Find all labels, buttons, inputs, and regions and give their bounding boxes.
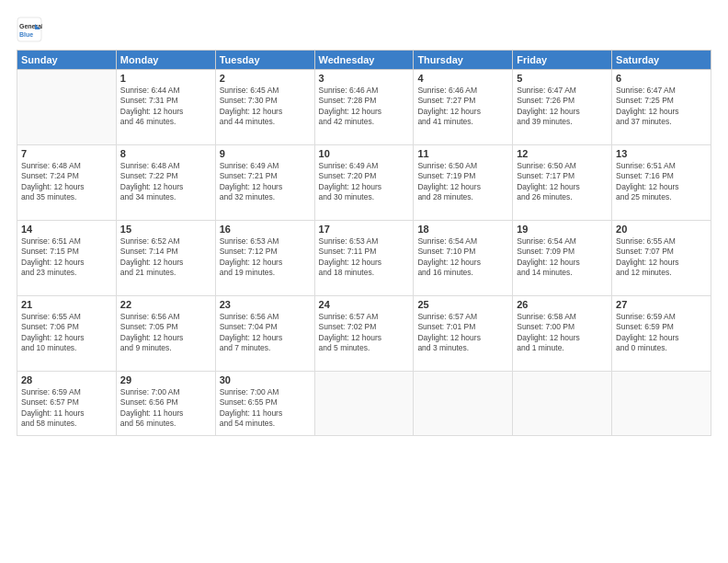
- cell-info: Sunrise: 6:57 AM Sunset: 7:02 PM Dayligh…: [319, 312, 410, 354]
- day-number: 9: [220, 148, 311, 159]
- cell-info: Sunrise: 6:47 AM Sunset: 7:26 PM Dayligh…: [517, 86, 608, 128]
- day-number: 11: [417, 148, 508, 159]
- day-number: 12: [517, 148, 608, 159]
- cell-info: Sunrise: 6:47 AM Sunset: 7:25 PM Dayligh…: [616, 86, 707, 128]
- calendar-cell: 19Sunrise: 6:54 AM Sunset: 7:09 PM Dayli…: [513, 221, 612, 296]
- calendar-cell: 29Sunrise: 7:00 AM Sunset: 6:56 PM Dayli…: [116, 372, 215, 436]
- cell-info: Sunrise: 6:49 AM Sunset: 7:21 PM Dayligh…: [220, 161, 311, 203]
- day-number: 18: [417, 224, 508, 235]
- cell-info: Sunrise: 7:00 AM Sunset: 6:55 PM Dayligh…: [220, 387, 311, 430]
- cell-info: Sunrise: 6:44 AM Sunset: 7:31 PM Dayligh…: [120, 86, 211, 128]
- calendar-cell: 15Sunrise: 6:52 AM Sunset: 7:14 PM Dayli…: [116, 221, 215, 296]
- cell-info: Sunrise: 7:00 AM Sunset: 6:56 PM Dayligh…: [120, 387, 211, 430]
- day-number: 26: [517, 299, 608, 310]
- day-number: 20: [616, 224, 707, 235]
- day-number: 29: [120, 374, 211, 385]
- day-header-tuesday: Tuesday: [215, 51, 314, 70]
- day-number: 24: [319, 299, 410, 310]
- day-number: 25: [417, 299, 508, 310]
- day-number: 22: [120, 299, 211, 310]
- day-header-monday: Monday: [116, 51, 215, 70]
- day-number: 21: [21, 299, 112, 310]
- cell-info: Sunrise: 6:58 AM Sunset: 7:00 PM Dayligh…: [517, 312, 608, 354]
- cell-info: Sunrise: 6:57 AM Sunset: 7:01 PM Dayligh…: [417, 312, 508, 354]
- cell-info: Sunrise: 6:59 AM Sunset: 6:59 PM Dayligh…: [616, 312, 707, 354]
- cell-info: Sunrise: 6:53 AM Sunset: 7:11 PM Dayligh…: [319, 236, 410, 279]
- cell-info: Sunrise: 6:54 AM Sunset: 7:10 PM Dayligh…: [417, 236, 508, 279]
- calendar-cell: 11Sunrise: 6:50 AM Sunset: 7:19 PM Dayli…: [414, 145, 513, 221]
- cell-info: Sunrise: 6:51 AM Sunset: 7:16 PM Dayligh…: [616, 161, 707, 203]
- calendar-cell: 30Sunrise: 7:00 AM Sunset: 6:55 PM Dayli…: [215, 372, 314, 436]
- calendar-week-3: 14Sunrise: 6:51 AM Sunset: 7:15 PM Dayli…: [17, 221, 711, 296]
- cell-info: Sunrise: 6:55 AM Sunset: 7:06 PM Dayligh…: [21, 312, 112, 354]
- cell-info: Sunrise: 6:52 AM Sunset: 7:14 PM Dayligh…: [120, 236, 211, 279]
- calendar-cell: 18Sunrise: 6:54 AM Sunset: 7:10 PM Dayli…: [414, 221, 513, 296]
- calendar-cell: 27Sunrise: 6:59 AM Sunset: 6:59 PM Dayli…: [612, 296, 711, 372]
- cell-info: Sunrise: 6:53 AM Sunset: 7:12 PM Dayligh…: [220, 236, 311, 279]
- day-header-friday: Friday: [513, 51, 612, 70]
- calendar-page: General Blue SundayMondayTuesdayWednesda…: [0, 0, 728, 563]
- day-number: 15: [120, 224, 211, 235]
- cell-info: Sunrise: 6:49 AM Sunset: 7:20 PM Dayligh…: [319, 161, 410, 203]
- calendar-cell: 17Sunrise: 6:53 AM Sunset: 7:11 PM Dayli…: [314, 221, 414, 296]
- day-number: 5: [517, 73, 608, 84]
- cell-info: Sunrise: 6:50 AM Sunset: 7:17 PM Dayligh…: [517, 161, 608, 203]
- calendar-cell: 14Sunrise: 6:51 AM Sunset: 7:15 PM Dayli…: [17, 221, 117, 296]
- calendar-cell: [314, 372, 414, 436]
- calendar-cell: 8Sunrise: 6:48 AM Sunset: 7:22 PM Daylig…: [116, 145, 215, 221]
- day-number: 4: [417, 73, 508, 84]
- cell-info: Sunrise: 6:46 AM Sunset: 7:28 PM Dayligh…: [319, 86, 410, 128]
- calendar-cell: 7Sunrise: 6:48 AM Sunset: 7:24 PM Daylig…: [17, 145, 117, 221]
- cell-info: Sunrise: 6:55 AM Sunset: 7:07 PM Dayligh…: [616, 236, 707, 279]
- day-header-saturday: Saturday: [612, 51, 711, 70]
- calendar-cell: 21Sunrise: 6:55 AM Sunset: 7:06 PM Dayli…: [17, 296, 117, 372]
- calendar-cell: [414, 372, 513, 436]
- calendar-cell: 3Sunrise: 6:46 AM Sunset: 7:28 PM Daylig…: [314, 70, 414, 145]
- day-number: 30: [220, 374, 311, 385]
- logo: General Blue: [17, 17, 46, 42]
- calendar-cell: 16Sunrise: 6:53 AM Sunset: 7:12 PM Dayli…: [215, 221, 314, 296]
- cell-info: Sunrise: 6:46 AM Sunset: 7:27 PM Dayligh…: [417, 86, 508, 128]
- calendar-week-1: 1Sunrise: 6:44 AM Sunset: 7:31 PM Daylig…: [17, 70, 711, 145]
- calendar-week-4: 21Sunrise: 6:55 AM Sunset: 7:06 PM Dayli…: [17, 296, 711, 372]
- logo-icon: General Blue: [17, 17, 42, 42]
- calendar-cell: 25Sunrise: 6:57 AM Sunset: 7:01 PM Dayli…: [414, 296, 513, 372]
- svg-text:Blue: Blue: [19, 31, 33, 38]
- calendar-cell: 4Sunrise: 6:46 AM Sunset: 7:27 PM Daylig…: [414, 70, 513, 145]
- day-number: 2: [220, 73, 311, 84]
- day-number: 7: [21, 148, 112, 159]
- calendar-cell: 28Sunrise: 6:59 AM Sunset: 6:57 PM Dayli…: [17, 372, 117, 436]
- cell-info: Sunrise: 6:45 AM Sunset: 7:30 PM Dayligh…: [220, 86, 311, 128]
- cell-info: Sunrise: 6:56 AM Sunset: 7:04 PM Dayligh…: [220, 312, 311, 354]
- day-number: 23: [220, 299, 311, 310]
- day-number: 19: [517, 224, 608, 235]
- calendar-cell: 26Sunrise: 6:58 AM Sunset: 7:00 PM Dayli…: [513, 296, 612, 372]
- day-header-thursday: Thursday: [414, 51, 513, 70]
- calendar-cell: 6Sunrise: 6:47 AM Sunset: 7:25 PM Daylig…: [612, 70, 711, 145]
- calendar-cell: [17, 70, 117, 145]
- calendar-week-2: 7Sunrise: 6:48 AM Sunset: 7:24 PM Daylig…: [17, 145, 711, 221]
- calendar-cell: [612, 372, 711, 436]
- calendar-table: SundayMondayTuesdayWednesdayThursdayFrid…: [17, 50, 711, 436]
- calendar-cell: 2Sunrise: 6:45 AM Sunset: 7:30 PM Daylig…: [215, 70, 314, 145]
- calendar-week-5: 28Sunrise: 6:59 AM Sunset: 6:57 PM Dayli…: [17, 372, 711, 436]
- cell-info: Sunrise: 6:59 AM Sunset: 6:57 PM Dayligh…: [21, 387, 112, 430]
- day-header-sunday: Sunday: [17, 51, 117, 70]
- header: General Blue: [17, 17, 711, 42]
- calendar-cell: 22Sunrise: 6:56 AM Sunset: 7:05 PM Dayli…: [116, 296, 215, 372]
- cell-info: Sunrise: 6:54 AM Sunset: 7:09 PM Dayligh…: [517, 236, 608, 279]
- cell-info: Sunrise: 6:51 AM Sunset: 7:15 PM Dayligh…: [21, 236, 112, 279]
- calendar-header-row: SundayMondayTuesdayWednesdayThursdayFrid…: [17, 51, 711, 70]
- calendar-cell: 5Sunrise: 6:47 AM Sunset: 7:26 PM Daylig…: [513, 70, 612, 145]
- calendar-cell: 24Sunrise: 6:57 AM Sunset: 7:02 PM Dayli…: [314, 296, 414, 372]
- day-number: 1: [120, 73, 211, 84]
- calendar-cell: 9Sunrise: 6:49 AM Sunset: 7:21 PM Daylig…: [215, 145, 314, 221]
- day-number: 27: [616, 299, 707, 310]
- calendar-cell: [513, 372, 612, 436]
- calendar-cell: 23Sunrise: 6:56 AM Sunset: 7:04 PM Dayli…: [215, 296, 314, 372]
- cell-info: Sunrise: 6:50 AM Sunset: 7:19 PM Dayligh…: [417, 161, 508, 203]
- calendar-cell: 1Sunrise: 6:44 AM Sunset: 7:31 PM Daylig…: [116, 70, 215, 145]
- day-number: 17: [319, 224, 410, 235]
- cell-info: Sunrise: 6:56 AM Sunset: 7:05 PM Dayligh…: [120, 312, 211, 354]
- day-number: 16: [220, 224, 311, 235]
